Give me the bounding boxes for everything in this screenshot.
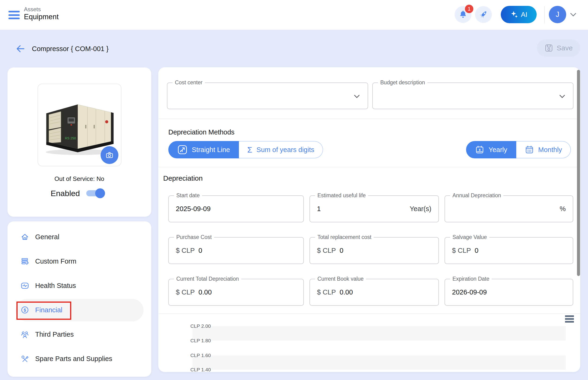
- app-window: Assets Equipment 1: [0, 0, 588, 380]
- nav-item-general[interactable]: General: [20, 232, 59, 242]
- chart-y-tick: CLP 1.60: [190, 353, 223, 358]
- period-label: Yearly: [488, 146, 507, 154]
- nav-item-spare-parts[interactable]: Spare Parts and Supplies: [20, 354, 112, 364]
- method-sum-of-years[interactable]: Σ Sum of years digits: [239, 141, 323, 158]
- chevron-down-icon: [354, 95, 360, 98]
- top-bar: Assets Equipment 1: [0, 0, 588, 30]
- page-title: Compressor { COM-001 }: [32, 45, 109, 53]
- launcher-button[interactable]: [475, 6, 492, 23]
- save-icon: [544, 44, 553, 53]
- people-icon: [20, 330, 30, 339]
- cost-center-select[interactable]: Cost center: [167, 82, 368, 109]
- back-arrow-icon[interactable]: [15, 44, 25, 54]
- budget-description-select[interactable]: Budget description: [372, 82, 573, 109]
- save-label: Save: [557, 44, 572, 52]
- breadcrumb: Assets: [24, 6, 41, 13]
- nav-label: Health Status: [35, 282, 76, 290]
- chart-band: [192, 355, 566, 370]
- cost-center-label: Cost center: [173, 79, 205, 86]
- nav-label: Custom Form: [35, 257, 76, 265]
- divider: [158, 313, 580, 314]
- calendar-year-icon: 8: [475, 145, 484, 154]
- tools-icon: [20, 354, 30, 363]
- start-date-field[interactable]: Start date 2025-09-09: [168, 195, 304, 222]
- asset-nav-card: General Custom Form Health Status $: [7, 221, 151, 377]
- nav-item-health-status[interactable]: Health Status: [20, 280, 76, 291]
- toggle-knob: [95, 188, 105, 198]
- asset-image-card: RS 250 Out of Service: No Enabled: [7, 67, 151, 217]
- period-label: Monthly: [538, 146, 562, 154]
- change-photo-button[interactable]: [101, 146, 118, 164]
- divider: [158, 118, 580, 119]
- annotation-red-box: [16, 302, 71, 320]
- ai-label: AI: [521, 11, 527, 19]
- methods-heading: Depreciation Methods: [168, 128, 234, 136]
- health-icon: [20, 281, 30, 290]
- chart-menu-icon[interactable]: [565, 315, 574, 323]
- chart-y-tick: CLP 1.40: [190, 367, 223, 373]
- ai-assistant-button[interactable]: AI: [501, 6, 537, 23]
- method-label: Straight Line: [192, 146, 230, 154]
- page-section-title: Equipment: [24, 13, 59, 21]
- method-label: Sum of years digits: [257, 146, 314, 154]
- nav-label: General: [35, 233, 59, 241]
- chart-band: [192, 326, 566, 341]
- enabled-label: Enabled: [51, 189, 80, 198]
- menu-icon[interactable]: [8, 11, 20, 19]
- nav-label: Third Parties: [35, 331, 74, 338]
- notification-badge: 1: [465, 5, 473, 13]
- rocket-icon: [478, 9, 488, 20]
- chart-y-tick: CLP 2.00: [190, 323, 223, 329]
- period-yearly[interactable]: 8 Yearly: [466, 141, 516, 158]
- home-icon: [20, 232, 30, 242]
- save-button[interactable]: Save: [537, 39, 580, 57]
- chart-y-tick: CLP 1.80: [190, 338, 223, 343]
- panel-scrollbar[interactable]: [577, 70, 580, 276]
- divider: [158, 167, 580, 167]
- nav-label: Spare Parts and Supplies: [35, 355, 112, 363]
- annual-depreciation-field[interactable]: Annual Depreciation %: [445, 195, 573, 222]
- replacement-cost-field[interactable]: Total replacement cost $ CLP 0: [309, 237, 439, 264]
- svg-text:8: 8: [479, 148, 480, 152]
- period-toggle-group: 8 Yearly Monthly: [466, 141, 571, 158]
- budget-description-label: Budget description: [378, 79, 427, 86]
- avatar[interactable]: J: [549, 6, 566, 23]
- enabled-toggle[interactable]: [86, 190, 104, 196]
- chevron-down-icon: [559, 95, 565, 98]
- out-of-service-status: Out of Service: No: [7, 175, 151, 183]
- nav-item-custom-form[interactable]: Custom Form: [20, 256, 76, 266]
- salvage-value-field[interactable]: Salvage Value $ CLP 0: [445, 237, 573, 264]
- form-icon: [20, 257, 30, 266]
- period-monthly[interactable]: Monthly: [516, 141, 571, 158]
- trend-icon: [177, 145, 187, 155]
- model-label: RS 250: [65, 136, 76, 140]
- header-divider: [544, 6, 545, 23]
- sparkles-icon: [510, 11, 518, 19]
- method-straight-line[interactable]: Straight Line: [168, 141, 239, 158]
- expiration-date-field[interactable]: Expiration Date 2026-09-09: [445, 279, 573, 306]
- camera-icon: [105, 151, 114, 160]
- calendar-month-icon: [525, 145, 534, 154]
- current-total-depreciation-field[interactable]: Current Total Depreciation $ CLP 0.00: [168, 279, 304, 306]
- depreciation-heading: Depreciation: [163, 174, 203, 182]
- purchase-cost-field[interactable]: Purchase Cost $ CLP 0: [168, 237, 304, 264]
- method-toggle-group: Straight Line Σ Sum of years digits: [168, 141, 323, 158]
- nav-item-third-parties[interactable]: Third Parties: [20, 329, 74, 340]
- chevron-down-icon[interactable]: [570, 13, 576, 17]
- depreciation-form: Start date 2025-09-09 Estimated useful l…: [168, 195, 573, 306]
- sigma-icon: Σ: [247, 145, 252, 154]
- current-book-value-field[interactable]: Current Book value $ CLP 0.00: [309, 279, 439, 306]
- useful-life-field[interactable]: Estimated useful life 1 Year(s): [309, 195, 439, 222]
